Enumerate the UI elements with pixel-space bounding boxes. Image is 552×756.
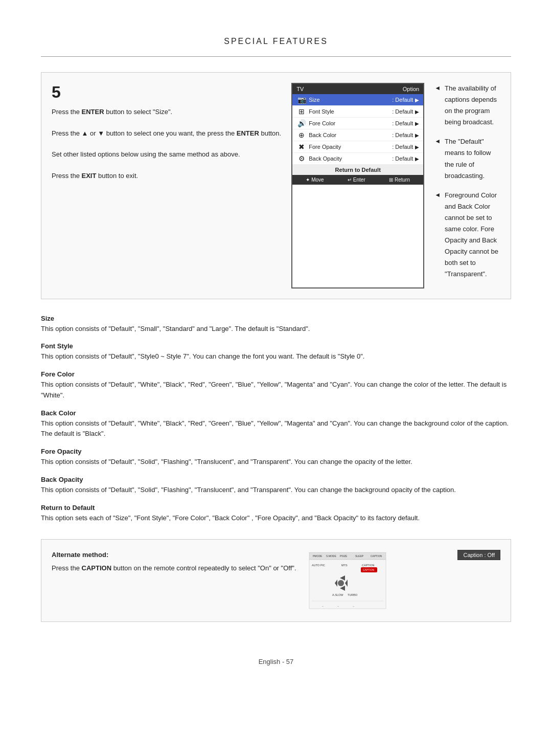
forecolor-label: Fore Color [307, 120, 392, 126]
option-label: Option [403, 86, 419, 92]
tv-menu-header: TV Option [292, 84, 423, 94]
forecolor-arrow: ▶ [415, 121, 419, 126]
desc-fontstyle: Font Style This option consists of "Defa… [41, 342, 511, 362]
desc-size-text: This option consists of "Default", "Smal… [41, 324, 511, 335]
desc-fontstyle-title: Font Style [41, 342, 511, 350]
desc-returndefault-text: This option sets each of "Size", "Font S… [41, 513, 511, 524]
svg-text:PSIZE: PSIZE [340, 554, 348, 558]
tv-menu-footer: ✦ Move ↵ Enter ⊞ Return [292, 175, 423, 185]
svg-text:~: ~ [337, 605, 339, 608]
menu-row-backopacity[interactable]: ⚙ Back Opacity : Default ▶ [292, 153, 423, 165]
main-content: 5 Press the ENTER button to select "Size… [0, 57, 552, 637]
desc-forecolor-title: Fore Color [41, 370, 511, 378]
foreopacity-value: : Default [392, 144, 413, 150]
foreopacity-arrow: ▶ [415, 144, 419, 150]
backcolor-value: : Default [392, 132, 413, 138]
desc-forecolor-text: This option consists of "Default", "Whit… [41, 380, 511, 401]
backcolor-icon: ⊕ [296, 131, 307, 139]
desc-backopacity-text: This option consists of "Default", "Soli… [41, 485, 511, 496]
page-title: Special Features [41, 37, 511, 46]
desc-backcolor: Back Color This option consists of "Defa… [41, 409, 511, 440]
note-text-1: The availability of captions depends on … [445, 83, 500, 128]
desc-backopacity-title: Back Opacity [41, 476, 511, 483]
menu-row-return[interactable]: Return to Default [292, 165, 423, 175]
page-footer: English - 57 [0, 648, 552, 676]
foreopacity-icon: ✖ [296, 143, 307, 151]
alt-text: Press the CAPTION button on the remote c… [52, 563, 296, 574]
menu-row-foreopacity[interactable]: ✖ Fore Opacity : Default ▶ [292, 141, 423, 153]
desc-forecolor: Fore Color This option consists of "Defa… [41, 370, 511, 401]
fontstyle-value: : Default [392, 108, 413, 115]
descriptions: Size This option consists of "Default", … [41, 315, 511, 524]
step-number: 5 [52, 83, 281, 102]
desc-backopacity: Back Opacity This option consists of "De… [41, 476, 511, 496]
right-notes: ◄ The availability of captions depends o… [434, 83, 500, 288]
menu-row-fontstyle[interactable]: ⊞ Font Style : Default ▶ [292, 106, 423, 118]
svg-text:TURBO: TURBO [348, 593, 358, 596]
backopacity-label: Back Opacity [307, 155, 392, 162]
desc-foreopacity: Fore Opacity This option consists of "De… [41, 448, 511, 468]
note-3: ◄ Foreground Color and Back Color cannot… [434, 190, 500, 280]
alternate-box: Alternate method: Press the CAPTION butt… [41, 539, 511, 622]
fontstyle-label: Font Style [307, 108, 392, 115]
caption-badge-area: Caption : Off [399, 550, 501, 565]
desc-backcolor-text: This option consists of "Default", "Whit… [41, 418, 511, 440]
instruction-2: Press the ▲ or ▼ button to select one yo… [52, 128, 281, 139]
footer-enter: ↵ Enter [348, 177, 365, 183]
svg-text:AUTO PIC: AUTO PIC [312, 564, 325, 567]
desc-size: Size This option consists of "Default", … [41, 315, 511, 335]
step-left: 5 Press the ENTER button to select "Size… [52, 83, 281, 288]
svg-point-16 [338, 580, 344, 586]
page-header: Special Features [41, 20, 511, 57]
bullet-3: ◄ [434, 190, 441, 280]
svg-text:CAPTION: CAPTION [362, 564, 374, 567]
backopacity-icon: ⚙ [296, 154, 307, 163]
backcolor-arrow: ▶ [415, 132, 419, 138]
menu-row-backcolor[interactable]: ⊕ Back Color : Default ▶ [292, 129, 423, 141]
tv-menu-body: 📷 Size : Default ▶ ⊞ Font Style : Defaul… [292, 94, 423, 175]
size-label: Size [307, 97, 392, 103]
footer-move: ✦ Move [306, 177, 324, 183]
foreopacity-label: Fore Opacity [307, 144, 392, 150]
fontstyle-arrow: ▶ [415, 109, 419, 115]
svg-text:PMODE: PMODE [313, 554, 323, 558]
backopacity-arrow: ▶ [415, 156, 419, 162]
bullet-1: ◄ [434, 83, 441, 128]
desc-backcolor-title: Back Color [41, 409, 511, 417]
footer-text: English - 57 [259, 658, 294, 665]
caption-off-badge: Caption : Off [457, 550, 500, 560]
svg-text:CAPTION: CAPTION [371, 554, 382, 558]
alt-title: Alternate method: [52, 550, 296, 561]
svg-text:A.SLOW: A.SLOW [332, 593, 343, 596]
menu-row-forecolor[interactable]: 🔊 Fore Color : Default ▶ [292, 118, 423, 129]
return-label: Return to Default [335, 167, 381, 173]
svg-text:SLEEP: SLEEP [355, 554, 364, 558]
fontstyle-icon: ⊞ [296, 107, 307, 116]
note-text-2: The "Default" means to follow the rule o… [445, 136, 500, 181]
desc-foreopacity-text: This option consists of "Default", "Soli… [41, 457, 511, 468]
svg-text:~: ~ [353, 605, 354, 608]
note-1: ◄ The availability of captions depends o… [434, 83, 500, 128]
alt-left: Alternate method: Press the CAPTION butt… [52, 550, 296, 574]
desc-fontstyle-text: This option consists of "Default", "Styl… [41, 351, 511, 362]
instruction-4: Press the EXIT button to exit. [52, 171, 281, 182]
step-instructions: Press the ENTER button to select "Size".… [52, 107, 281, 182]
svg-text:~: ~ [322, 605, 324, 608]
svg-text:MTS: MTS [341, 564, 348, 567]
size-arrow: ▶ [415, 97, 419, 103]
bullet-2: ◄ [434, 136, 441, 181]
desc-returndefault: Return to Default This option sets each … [41, 504, 511, 524]
svg-text:S.MODE: S.MODE [326, 554, 336, 558]
note-text-3: Foreground Color and Back Color cannot b… [445, 190, 500, 280]
instruction-1: Press the ENTER button to select "Size". [52, 107, 281, 118]
size-icon: 📷 [296, 96, 307, 104]
tv-label: TV [296, 86, 304, 92]
instruction-3: Set other listed options below using the… [52, 149, 281, 160]
backcolor-label: Back Color [307, 132, 392, 138]
menu-row-size[interactable]: 📷 Size : Default ▶ [292, 94, 423, 106]
svg-text:CAPTION: CAPTION [363, 568, 375, 571]
forecolor-icon: 🔊 [296, 119, 307, 127]
note-2: ◄ The "Default" means to follow the rule… [434, 136, 500, 181]
forecolor-value: : Default [392, 120, 413, 126]
tv-menu: TV Option 📷 Size : Default ▶ ⊞ Font Styl… [291, 83, 424, 288]
